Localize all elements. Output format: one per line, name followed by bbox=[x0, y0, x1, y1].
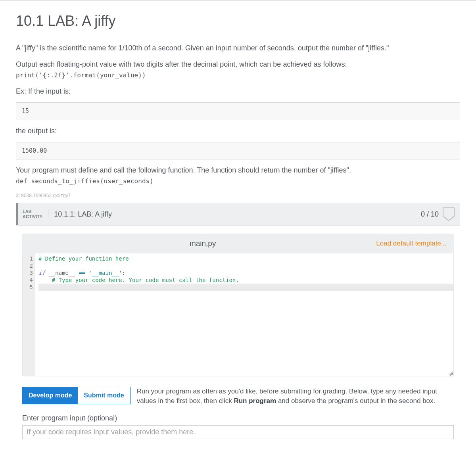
resize-handle-icon[interactable] bbox=[449, 371, 453, 375]
code-content[interactable]: # Define your function here if __name__ … bbox=[23, 253, 453, 291]
lab-score: 0 / 10 bbox=[421, 209, 439, 220]
page-title: 10.1 LAB: A jiffy bbox=[16, 10, 460, 32]
load-default-link[interactable]: Load default template... bbox=[376, 238, 447, 249]
develop-mode-button[interactable]: Develop mode bbox=[23, 387, 78, 404]
editor-filename: main.py bbox=[29, 238, 376, 249]
example-input-box: 15 bbox=[16, 102, 460, 120]
line-gutter: 1 2 3 4 5 bbox=[23, 253, 35, 376]
submit-mode-button[interactable]: Submit mode bbox=[78, 387, 130, 404]
editor-filebar: main.py Load default template... bbox=[22, 234, 454, 253]
intro-paragraph-1: A "jiffy" is the scientific name for 1/1… bbox=[16, 43, 460, 54]
example-label-input: Ex: If the input is: bbox=[16, 86, 460, 97]
function-signature: def seconds_to_jiffies(user_seconds) bbox=[16, 177, 154, 185]
program-input[interactable] bbox=[22, 425, 454, 439]
shield-icon bbox=[443, 207, 455, 221]
program-input-label: Enter program input (optional) bbox=[22, 413, 454, 424]
example-label-output: the output is: bbox=[16, 126, 460, 136]
function-req-paragraph: Your program must define and call the fo… bbox=[16, 165, 460, 186]
code-editor[interactable]: 1 2 3 4 5 # Define your function here if… bbox=[22, 253, 454, 376]
example-output-box: 1500.00 bbox=[16, 142, 460, 160]
intro-paragraph-2: Output each floating-point value with tw… bbox=[16, 59, 460, 81]
mode-toggle[interactable]: Develop mode Submit mode bbox=[22, 387, 131, 404]
run-explanation: Run your program as often as you'd like,… bbox=[137, 387, 454, 406]
lab-activity-tag: LAB ACTIVITY bbox=[23, 209, 48, 219]
lab-activity-bar: LAB ACTIVITY 10.1.1: LAB: A jiffy 0 / 10 bbox=[16, 203, 460, 225]
question-id: 318038.1696462.qx3zqy7 bbox=[16, 192, 460, 199]
lab-activity-title: 10.1.1: LAB: A jiffy bbox=[48, 209, 421, 220]
format-code: print('{:.2f}'.format(your_value)) bbox=[16, 71, 146, 79]
